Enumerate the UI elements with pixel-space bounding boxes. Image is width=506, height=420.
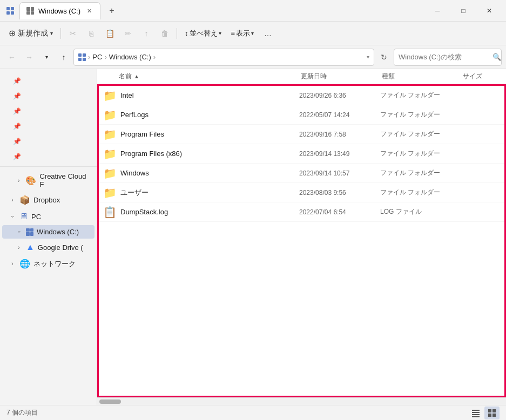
detail-view-icon <box>471 409 480 417</box>
sidebar-item-network[interactable]: › 🌐 ネットワーク <box>2 256 95 272</box>
tab-close-btn[interactable]: ✕ <box>85 6 93 15</box>
maximize-button[interactable]: □ <box>451 2 476 19</box>
gdrive-icon: ▲ <box>26 242 35 252</box>
file-date: 2023/09/14 13:49 <box>299 150 380 158</box>
view-label: 表示 <box>236 29 250 38</box>
sidebar-pin-3[interactable]: 📌 <box>0 104 97 119</box>
close-button[interactable]: ✕ <box>477 2 502 19</box>
cut-button[interactable]: ✂ <box>64 25 82 42</box>
svg-rect-7 <box>492 414 496 417</box>
sidebar-item-creative-cloud[interactable]: › 🎨 Creative Cloud F <box>2 170 95 191</box>
copy-button[interactable]: ⎘ <box>83 25 100 42</box>
tab-label: Windows (C:) <box>38 7 80 15</box>
svg-rect-4 <box>488 409 491 412</box>
breadcrumb-windows[interactable]: Windows (C:) <box>109 53 151 61</box>
pin-icon-2: 📌 <box>13 92 21 100</box>
item-count: 7 個の項目 <box>6 408 38 417</box>
sidebar-pin-1[interactable]: 📌 <box>0 73 97 89</box>
file-name: Program Files <box>120 130 299 138</box>
file-name: DumpStack.log <box>120 208 299 216</box>
tiles-view-icon <box>488 409 496 417</box>
sidebar-pin-6[interactable]: 📌 <box>0 149 97 164</box>
col-header-date[interactable]: 更新日時 <box>301 72 382 81</box>
search-bar[interactable]: 🔍 <box>394 49 502 66</box>
file-type: ファイル フォルダー <box>380 188 461 197</box>
file-icon: 📁 <box>99 109 120 121</box>
sidebar-label-gdrive: Google Drive ( <box>38 243 83 252</box>
breadcrumb-pc[interactable]: PC <box>92 53 102 61</box>
paste-button[interactable]: 📋 <box>101 25 118 42</box>
table-row[interactable]: 📁 Program Files (x86) 2023/09/14 13:49 フ… <box>99 144 504 164</box>
pc-icon: 🖥 <box>19 212 28 221</box>
sidebar-pin-5[interactable]: 📌 <box>0 134 97 149</box>
sidebar-item-dropbox[interactable]: › 📦 Dropbox <box>2 192 95 208</box>
dropdown-button[interactable]: ▾ <box>39 50 54 65</box>
folder-icon: 📁 <box>103 186 117 199</box>
svg-rect-6 <box>488 414 491 417</box>
file-type: LOG ファイル <box>380 207 461 216</box>
file-date: 2023/09/14 10:57 <box>299 170 380 177</box>
col-header-type[interactable]: 種類 <box>382 72 463 81</box>
share-button[interactable]: ↑ <box>138 25 155 42</box>
more-button[interactable]: … <box>259 25 276 42</box>
sidebar-item-pc[interactable]: › 🖥 PC <box>2 209 95 224</box>
sidebar-pin-4[interactable]: 📌 <box>0 119 97 134</box>
file-type: ファイル フォルダー <box>380 91 461 100</box>
breadcrumb-chevron[interactable]: ▾ <box>367 54 369 60</box>
file-list[interactable]: 📁 Intel 2023/09/26 6:36 ファイル フォルダー 📁 Per… <box>97 84 506 397</box>
dropbox-expand-icon: › <box>9 197 16 203</box>
sidebar-item-windows-c[interactable]: › Windows (C:) <box>2 225 95 239</box>
pin-icon-1: 📌 <box>13 77 21 85</box>
view-toggle <box>468 407 500 419</box>
horizontal-scrollbar[interactable] <box>97 397 506 405</box>
table-row[interactable]: 📁 ユーザー 2023/08/03 9:56 ファイル フォルダー <box>99 183 504 202</box>
file-name: Windows <box>120 169 299 177</box>
toolbar-edit-group: ✂ ⎘ 📋 ✏ ↑ 🗑 <box>64 25 173 42</box>
svg-rect-5 <box>492 409 496 412</box>
back-button[interactable]: ← <box>4 50 19 65</box>
sidebar-pin-2[interactable]: 📌 <box>0 89 97 104</box>
folder-icon: 📁 <box>103 167 117 180</box>
forward-button[interactable]: → <box>22 50 37 65</box>
table-row[interactable]: 📁 Windows 2023/09/14 10:57 ファイル フォルダー <box>99 164 504 183</box>
file-date: 2022/07/04 6:54 <box>299 208 380 216</box>
search-input[interactable] <box>399 53 489 61</box>
table-row[interactable]: 📁 Intel 2023/09/26 6:36 ファイル フォルダー <box>99 86 504 105</box>
sidebar-pin-area: 📌 📌 📌 📌 📌 📌 <box>0 71 97 167</box>
table-row[interactable]: 📁 PerfLogs 2022/05/07 14:24 ファイル フォルダー <box>99 105 504 125</box>
tiles-view-button[interactable] <box>484 407 500 419</box>
up-button[interactable]: ↑ <box>56 50 71 65</box>
main-content: 📌 📌 📌 📌 📌 📌 › 🎨 Creative Cloud F <box>0 69 506 405</box>
view-chevron-icon: ▾ <box>251 30 254 36</box>
breadcrumb-bar[interactable]: › PC › Windows (C:) › ▾ <box>73 49 374 66</box>
dropbox-icon: 📦 <box>19 195 30 205</box>
active-tab[interactable]: Windows (C:) ✕ <box>19 2 100 19</box>
file-date: 2023/09/26 6:36 <box>299 92 380 99</box>
sidebar: 📌 📌 📌 📌 📌 📌 › 🎨 Creative Cloud F <box>0 69 97 405</box>
sidebar-label-pc: PC <box>31 213 41 221</box>
table-row[interactable]: 📋 DumpStack.log 2022/07/04 6:54 LOG ファイル <box>99 202 504 222</box>
view-button[interactable]: ≡ 表示 ▾ <box>227 26 259 40</box>
sort-icon: ↕ <box>185 29 188 37</box>
delete-button[interactable]: 🗑 <box>156 25 173 42</box>
file-date: 2022/05/07 14:24 <box>299 111 380 119</box>
detail-view-button[interactable] <box>468 407 483 419</box>
h-scroll-thumb[interactable] <box>99 399 121 404</box>
rename-button[interactable]: ✏ <box>119 25 137 42</box>
new-item-button[interactable]: ⊕ 新規作成 ▾ <box>4 25 57 42</box>
col-header-size[interactable]: サイズ <box>463 72 506 81</box>
sidebar-item-gdrive[interactable]: › ▲ Google Drive ( <box>2 240 95 255</box>
file-area: 名前 ▲ 更新日時 種類 サイズ 📁 Intel 2023/09/26 6:36… <box>97 69 506 405</box>
file-name: PerfLogs <box>120 111 299 119</box>
folder-icon: 📁 <box>103 89 117 102</box>
sort-button[interactable]: ↕ 並べ替え ▾ <box>180 26 226 40</box>
col-header-name[interactable]: 名前 ▲ <box>97 72 301 81</box>
refresh-button[interactable]: ↻ <box>376 50 392 65</box>
sidebar-label-cc: Creative Cloud F <box>39 172 90 188</box>
new-tab-button[interactable]: + <box>104 3 120 19</box>
svg-rect-0 <box>472 410 480 411</box>
title-bar-left: Windows (C:) ✕ + <box>4 2 425 19</box>
view-icon: ≡ <box>231 29 235 37</box>
minimize-button[interactable]: ─ <box>425 2 450 19</box>
table-row[interactable]: 📁 Program Files 2023/09/16 7:58 ファイル フォル… <box>99 125 504 144</box>
